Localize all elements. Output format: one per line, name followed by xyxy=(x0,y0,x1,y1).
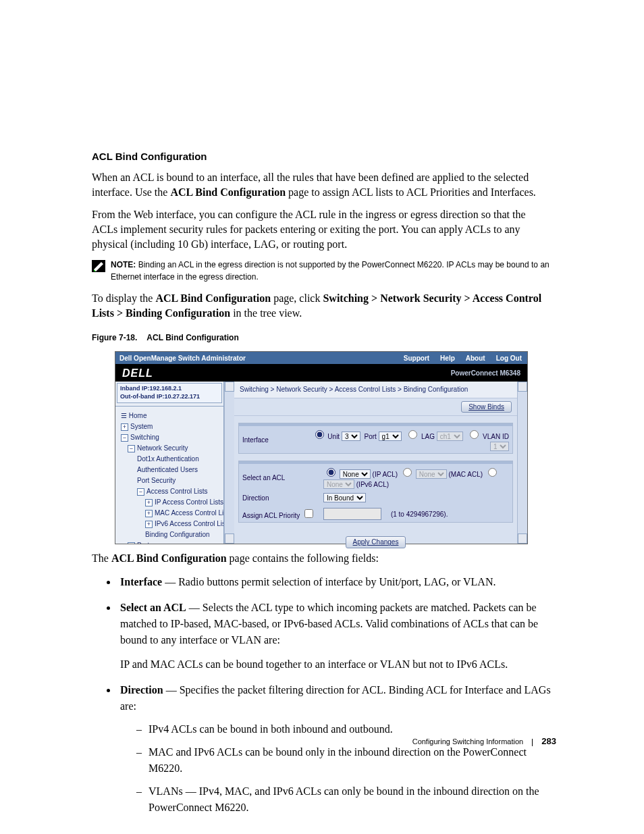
paragraph-2: From the Web interface, you can configur… xyxy=(92,207,551,251)
mac-acl-select[interactable]: None xyxy=(416,469,447,479)
radio-lag[interactable] xyxy=(408,430,417,439)
link-support[interactable]: Support xyxy=(398,354,435,363)
acl-panel: Select an ACL None (IP ACL) None (MAC AC… xyxy=(238,461,513,523)
field-list: Interface — Radio buttons permit selecti… xyxy=(117,574,551,816)
sub-vlans: VLANs — IPv4, MAC, and IPv6 ACLs can onl… xyxy=(136,783,551,816)
page-number: 283 xyxy=(541,736,556,746)
priority-input[interactable] xyxy=(323,508,381,520)
port-select[interactable]: g1 xyxy=(379,432,402,441)
expand-icon[interactable]: + xyxy=(128,542,135,544)
tree-binding-config[interactable]: Binding Configuration xyxy=(118,529,221,540)
link-help[interactable]: Help xyxy=(435,354,460,363)
radio-vlan[interactable] xyxy=(470,430,479,439)
tree-network-security[interactable]: −Network Security xyxy=(118,443,221,454)
figure-caption: Figure 7-18.ACL Bind Configuration xyxy=(92,332,551,343)
show-binds-button[interactable]: Show Binds xyxy=(461,401,512,413)
direction-select[interactable]: In Bound xyxy=(323,493,366,502)
collapse-icon[interactable]: − xyxy=(137,488,144,496)
sub-ipv4: IPv4 ACLs can be bound in both inbound a… xyxy=(136,721,551,737)
tree-system[interactable]: +System xyxy=(118,421,221,432)
priority-label: Assign ACL Priority xyxy=(239,505,320,523)
scroll-down-icon[interactable] xyxy=(518,533,527,544)
paragraph-3: To display the ACL Bind Configuration pa… xyxy=(92,291,551,320)
screenshot-frame: Dell OpenManage Switch Administrator Sup… xyxy=(115,351,528,544)
tree-auth-users[interactable]: Authenticated Users xyxy=(118,465,221,475)
apply-changes-button[interactable]: Apply Changes xyxy=(346,536,406,548)
sub-mac-ipv6: MAC and IPv6 ACLs can be bound only in t… xyxy=(136,744,551,777)
unit-select[interactable]: 3 xyxy=(342,432,360,441)
tree-ports[interactable]: +Ports xyxy=(118,540,221,544)
radio-unit[interactable] xyxy=(315,430,324,439)
collapse-icon[interactable]: − xyxy=(128,445,135,452)
paragraph-after-figure: The ACL Bind Configuration page contains… xyxy=(92,551,551,566)
crumb-acl[interactable]: Access Control Lists xyxy=(335,386,396,393)
tree-home[interactable]: ☰ Home xyxy=(118,411,221,421)
scroll-up-icon[interactable] xyxy=(225,382,234,392)
tree-dot1x[interactable]: Dot1x Authentication xyxy=(118,454,221,465)
expand-icon[interactable]: + xyxy=(145,499,153,506)
model-label: PowerConnect M6348 xyxy=(451,369,527,378)
expand-icon[interactable]: + xyxy=(145,521,153,528)
logo-row: DELL PowerConnect M6348 xyxy=(115,364,527,382)
ip-box: Inband IP:192.168.2.1 Out-of-band IP:10.… xyxy=(117,383,222,402)
ipv6-acl-select[interactable]: None xyxy=(323,479,354,489)
interface-panel: Interface Unit 3 Port g1 LAG ch1 VLAN ID xyxy=(238,423,513,454)
expand-icon[interactable]: + xyxy=(145,510,153,517)
lag-select[interactable]: ch1 xyxy=(437,432,463,441)
breadcrumb: Switching > Network Security > Access Co… xyxy=(234,382,517,398)
tree-port-security[interactable]: Port Security xyxy=(118,475,221,486)
paragraph-1: When an ACL is bound to an interface, al… xyxy=(92,170,551,199)
tree-scrollbar[interactable] xyxy=(224,382,234,544)
nav-tree[interactable]: ☰ Home +System −Switching −Network Secur… xyxy=(115,407,223,544)
link-about[interactable]: About xyxy=(460,354,491,363)
tree-ip-acl[interactable]: +IP Access Control Lists xyxy=(118,497,221,508)
crumb-switching[interactable]: Switching xyxy=(240,386,269,393)
radio-mac-acl[interactable] xyxy=(403,468,412,477)
window-title: Dell OpenManage Switch Administrator xyxy=(115,354,398,363)
select-acl-label: Select an ACL xyxy=(239,464,320,491)
radio-ipv6-acl[interactable] xyxy=(488,468,497,477)
pencil-note-icon xyxy=(92,260,105,276)
crumb-current: Binding Configuration xyxy=(404,386,468,393)
radio-ip-acl[interactable] xyxy=(327,468,336,477)
tree-acl[interactable]: −Access Control Lists xyxy=(118,486,221,497)
footer-section-name: Configuring Switching Information xyxy=(412,737,523,746)
tree-ipv6-acl[interactable]: +IPv6 Access Control Lists xyxy=(118,519,221,529)
collapse-icon[interactable]: − xyxy=(121,434,128,442)
note-block: NOTE: Binding an ACL in the egress direc… xyxy=(92,259,551,283)
ip-acl-select[interactable]: None xyxy=(340,469,371,479)
scroll-up-icon[interactable] xyxy=(518,382,527,392)
dell-logo: DELL xyxy=(115,366,451,381)
priority-checkbox[interactable] xyxy=(304,509,313,518)
note-text: NOTE: Binding an ACL in the egress direc… xyxy=(111,259,551,283)
page-footer: Configuring Switching Information 283 xyxy=(412,735,556,748)
expand-icon[interactable]: + xyxy=(121,423,128,431)
field-interface: Interface — Radio buttons permit selecti… xyxy=(117,574,551,590)
tree-mac-acl[interactable]: +MAC Access Control Lists xyxy=(118,508,221,519)
direction-label: Direction xyxy=(239,491,320,505)
content-area: Switching > Network Security > Access Co… xyxy=(234,382,517,544)
vlan-select[interactable]: 1 xyxy=(490,442,509,451)
field-select-acl: Select an ACL — Selects the ACL type to … xyxy=(117,600,551,673)
content-scrollbar[interactable] xyxy=(517,382,527,544)
tree-switching[interactable]: −Switching xyxy=(118,432,221,443)
scroll-down-icon[interactable] xyxy=(225,533,234,544)
link-logout[interactable]: Log Out xyxy=(491,354,527,363)
field-direction: Direction — Specifies the packet filteri… xyxy=(117,682,551,816)
window-titlebar: Dell OpenManage Switch Administrator Sup… xyxy=(115,352,527,364)
crumb-network-security[interactable]: Network Security xyxy=(276,386,327,393)
left-panel: Inband IP:192.168.2.1 Out-of-band IP:10.… xyxy=(115,382,224,544)
section-heading: ACL Bind Configuration xyxy=(92,150,551,163)
interface-label: Interface xyxy=(239,426,293,453)
